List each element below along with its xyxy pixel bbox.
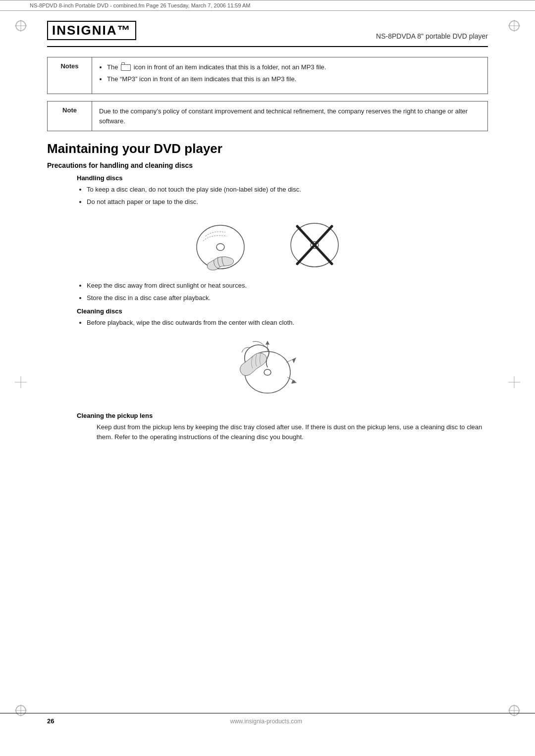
note-label: Note: [48, 101, 92, 131]
folder-icon: [121, 64, 131, 71]
cleaning-heading: Cleaning discs: [47, 307, 488, 315]
cleaning-disc-area: [47, 338, 488, 402]
notes-content: The icon in front of an item indicates t…: [92, 57, 333, 94]
handling-heading: Handling discs: [47, 174, 488, 182]
cleaning-section: Before playback, wipe the disc outwards …: [47, 318, 488, 328]
footer-url: www.insignia-products.com: [230, 718, 302, 725]
page-number: 26: [47, 717, 54, 725]
pickup-heading: Cleaning the pickup lens: [47, 412, 488, 419]
svg-marker-27: [292, 357, 296, 363]
product-title: NS-8PDVDA 8" portable DVD player: [376, 32, 488, 40]
svg-point-23: [264, 369, 271, 375]
svg-point-17: [216, 244, 224, 251]
handling-item-3: Keep the disc away from direct sunlight …: [87, 281, 488, 291]
logo-text: INSIGNIA: [52, 23, 117, 38]
file-header-text: NS-8PDVD 8-inch Portable DVD - combined.…: [30, 2, 251, 8]
pickup-text: Keep dust from the pickup lens by keepin…: [97, 422, 488, 443]
logo: INSIGNIA™: [47, 21, 136, 40]
reg-mark-tr: [508, 20, 520, 32]
handling-list-2: Keep the disc away from direct sunlight …: [77, 281, 488, 302]
disc-good-image: [193, 216, 248, 271]
note-content: Due to the company’s policy of constant …: [92, 101, 487, 131]
handling-item-2: Do not attach paper or tape to the disc.: [87, 197, 488, 207]
notes-box: Notes The icon in front of an item indic…: [47, 57, 488, 94]
file-header: NS-8PDVD 8-inch Portable DVD - combined.…: [0, 0, 535, 11]
notes-list: The icon in front of an item indicates t…: [99, 62, 326, 84]
main-heading: Maintaining your DVD player: [47, 141, 488, 156]
disc-bad-svg: [287, 216, 342, 271]
reg-mark-right-mid: [508, 376, 520, 388]
svg-marker-25: [266, 341, 269, 345]
disc-good-svg: [193, 216, 248, 271]
disc-bad-image: [287, 216, 342, 271]
handling-item-1: To keep a disc clean, do not touch the p…: [87, 185, 488, 195]
cleaning-disc-svg: [238, 338, 297, 402]
sub-heading-precautions: Precautions for handling and cleaning di…: [47, 161, 488, 169]
handling-item-4: Store the disc in a disc case after play…: [87, 293, 488, 303]
notes-label: Notes: [48, 57, 92, 94]
reg-mark-tl: [15, 20, 27, 32]
reg-mark-left-mid: [15, 376, 27, 388]
note-box: Note Due to the company’s policy of cons…: [47, 101, 488, 131]
cleaning-list: Before playback, wipe the disc outwards …: [77, 318, 488, 328]
content-area: INSIGNIA™ NS-8PDVDA 8" portable DVD play…: [0, 11, 535, 462]
page-wrapper: NS-8PDVD 8-inch Portable DVD - combined.…: [0, 0, 535, 756]
handling-section-2: Keep the disc away from direct sunlight …: [47, 281, 488, 302]
handling-list-1: To keep a disc clean, do not touch the p…: [77, 185, 488, 206]
notes-item-1: The icon in front of an item indicates t…: [107, 62, 326, 72]
notes-item-2: The “MP3” icon in front of an item indic…: [107, 74, 326, 84]
cleaning-item-1: Before playback, wipe the disc outwards …: [87, 318, 488, 328]
header-row: INSIGNIA™ NS-8PDVDA 8" portable DVD play…: [47, 21, 488, 47]
handling-section: To keep a disc clean, do not touch the p…: [47, 185, 488, 206]
disc-images-area: [47, 216, 488, 271]
pickup-section: Keep dust from the pickup lens by keepin…: [47, 422, 488, 443]
page-footer: 26 www.insignia-products.com: [0, 713, 535, 729]
